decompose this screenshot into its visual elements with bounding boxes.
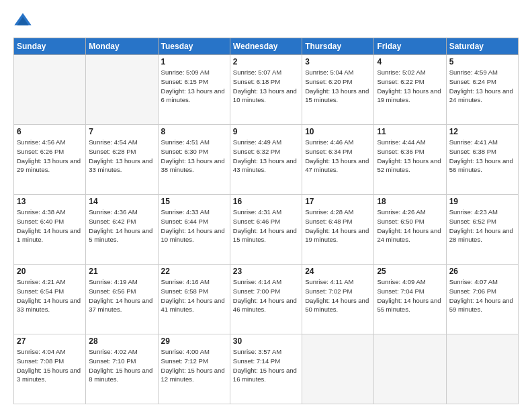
page: SundayMondayTuesdayWednesdayThursdayFrid…	[0, 0, 532, 411]
sun-info: Sunrise: 5:07 AMSunset: 6:18 PMDaylight:…	[233, 68, 299, 105]
day-cell-7: 7Sunrise: 4:54 AMSunset: 6:28 PMDaylight…	[86, 125, 158, 195]
sun-info: Sunrise: 4:44 AMSunset: 6:36 PMDaylight:…	[377, 138, 443, 175]
day-cell-9: 9Sunrise: 4:49 AMSunset: 6:32 PMDaylight…	[230, 125, 302, 195]
col-header-wednesday: Wednesday	[230, 38, 302, 55]
day-cell-18: 18Sunrise: 4:26 AMSunset: 6:50 PMDayligh…	[374, 195, 446, 265]
day-number: 1	[161, 57, 227, 66]
week-row-2: 6Sunrise: 4:56 AMSunset: 6:26 PMDaylight…	[14, 125, 519, 195]
week-row-3: 13Sunrise: 4:38 AMSunset: 6:40 PMDayligh…	[14, 195, 519, 265]
sun-info: Sunrise: 4:14 AMSunset: 7:00 PMDaylight:…	[233, 277, 299, 314]
day-cell-21: 21Sunrise: 4:19 AMSunset: 6:56 PMDayligh…	[86, 265, 158, 334]
sun-info: Sunrise: 4:00 AMSunset: 7:12 PMDaylight:…	[161, 347, 227, 384]
day-cell-13: 13Sunrise: 4:38 AMSunset: 6:40 PMDayligh…	[14, 195, 86, 265]
week-row-1: 1Sunrise: 5:09 AMSunset: 6:15 PMDaylight…	[14, 55, 519, 125]
day-number: 4	[377, 57, 443, 66]
calendar-table: SundayMondayTuesdayWednesdayThursdayFrid…	[13, 38, 519, 404]
sun-info: Sunrise: 4:07 AMSunset: 7:06 PMDaylight:…	[449, 277, 515, 314]
day-cell-17: 17Sunrise: 4:28 AMSunset: 6:48 PMDayligh…	[302, 195, 374, 265]
day-number: 8	[161, 127, 227, 136]
day-cell-empty	[86, 55, 158, 125]
day-number: 3	[305, 57, 371, 66]
day-number: 11	[377, 127, 443, 136]
day-number: 28	[89, 336, 154, 346]
day-number: 15	[161, 197, 227, 206]
day-number: 30	[233, 336, 299, 346]
week-row-5: 27Sunrise: 4:04 AMSunset: 7:08 PMDayligh…	[14, 334, 519, 404]
day-number: 19	[449, 197, 515, 206]
sun-info: Sunrise: 4:23 AMSunset: 6:52 PMDaylight:…	[449, 208, 515, 244]
day-number: 25	[377, 267, 443, 276]
day-cell-25: 25Sunrise: 4:09 AMSunset: 7:04 PMDayligh…	[374, 265, 446, 334]
day-cell-24: 24Sunrise: 4:11 AMSunset: 7:02 PMDayligh…	[302, 265, 374, 334]
day-number: 7	[89, 127, 154, 136]
day-number: 13	[17, 197, 83, 206]
day-cell-3: 3Sunrise: 5:04 AMSunset: 6:20 PMDaylight…	[302, 55, 374, 125]
col-header-tuesday: Tuesday	[158, 38, 230, 55]
day-number: 29	[161, 336, 227, 346]
sun-info: Sunrise: 4:46 AMSunset: 6:34 PMDaylight:…	[305, 138, 371, 175]
sun-info: Sunrise: 4:49 AMSunset: 6:32 PMDaylight:…	[233, 138, 299, 175]
sun-info: Sunrise: 4:16 AMSunset: 6:58 PMDaylight:…	[161, 277, 227, 314]
day-number: 24	[305, 267, 371, 276]
day-cell-empty	[14, 55, 86, 125]
day-cell-22: 22Sunrise: 4:16 AMSunset: 6:58 PMDayligh…	[158, 265, 230, 334]
sun-info: Sunrise: 4:54 AMSunset: 6:28 PMDaylight:…	[89, 138, 154, 175]
day-cell-14: 14Sunrise: 4:36 AMSunset: 6:42 PMDayligh…	[86, 195, 158, 265]
sun-info: Sunrise: 4:11 AMSunset: 7:02 PMDaylight:…	[305, 277, 371, 314]
day-cell-20: 20Sunrise: 4:21 AMSunset: 6:54 PMDayligh…	[14, 265, 86, 334]
sun-info: Sunrise: 4:36 AMSunset: 6:42 PMDaylight:…	[89, 208, 154, 244]
day-number: 5	[449, 57, 515, 66]
sun-info: Sunrise: 4:33 AMSunset: 6:44 PMDaylight:…	[161, 208, 227, 244]
header	[13, 12, 519, 31]
sun-info: Sunrise: 4:38 AMSunset: 6:40 PMDaylight:…	[17, 208, 83, 244]
sun-info: Sunrise: 4:02 AMSunset: 7:10 PMDaylight:…	[89, 347, 154, 384]
day-number: 14	[89, 197, 154, 206]
day-cell-30: 30Sunrise: 3:57 AMSunset: 7:14 PMDayligh…	[230, 334, 302, 404]
sun-info: Sunrise: 4:04 AMSunset: 7:08 PMDaylight:…	[17, 347, 83, 384]
sun-info: Sunrise: 4:19 AMSunset: 6:56 PMDaylight:…	[89, 277, 154, 314]
day-cell-empty	[302, 334, 374, 404]
day-cell-empty	[446, 334, 518, 404]
col-header-thursday: Thursday	[302, 38, 374, 55]
day-number: 6	[17, 127, 83, 136]
day-cell-5: 5Sunrise: 4:59 AMSunset: 6:24 PMDaylight…	[446, 55, 518, 125]
sun-info: Sunrise: 4:41 AMSunset: 6:38 PMDaylight:…	[449, 138, 515, 175]
day-cell-23: 23Sunrise: 4:14 AMSunset: 7:00 PMDayligh…	[230, 265, 302, 334]
day-cell-12: 12Sunrise: 4:41 AMSunset: 6:38 PMDayligh…	[446, 125, 518, 195]
sun-info: Sunrise: 5:09 AMSunset: 6:15 PMDaylight:…	[161, 68, 227, 105]
day-number: 12	[449, 127, 515, 136]
col-header-sunday: Sunday	[14, 38, 86, 55]
sun-info: Sunrise: 5:04 AMSunset: 6:20 PMDaylight:…	[305, 68, 371, 105]
sun-info: Sunrise: 4:26 AMSunset: 6:50 PMDaylight:…	[377, 208, 443, 244]
day-number: 17	[305, 197, 371, 206]
logo	[13, 12, 34, 31]
sun-info: Sunrise: 4:09 AMSunset: 7:04 PMDaylight:…	[377, 277, 443, 314]
sun-info: Sunrise: 4:21 AMSunset: 6:54 PMDaylight:…	[17, 277, 83, 314]
logo-icon	[13, 12, 32, 31]
sun-info: Sunrise: 4:51 AMSunset: 6:30 PMDaylight:…	[161, 138, 227, 175]
day-cell-26: 26Sunrise: 4:07 AMSunset: 7:06 PMDayligh…	[446, 265, 518, 334]
sun-info: Sunrise: 4:28 AMSunset: 6:48 PMDaylight:…	[305, 208, 371, 244]
day-cell-1: 1Sunrise: 5:09 AMSunset: 6:15 PMDaylight…	[158, 55, 230, 125]
day-number: 27	[17, 336, 83, 346]
sun-info: Sunrise: 4:56 AMSunset: 6:26 PMDaylight:…	[17, 138, 83, 175]
day-number: 10	[305, 127, 371, 136]
day-cell-16: 16Sunrise: 4:31 AMSunset: 6:46 PMDayligh…	[230, 195, 302, 265]
day-number: 26	[449, 267, 515, 276]
day-number: 21	[89, 267, 154, 276]
col-header-friday: Friday	[374, 38, 446, 55]
col-header-saturday: Saturday	[446, 38, 518, 55]
day-cell-2: 2Sunrise: 5:07 AMSunset: 6:18 PMDaylight…	[230, 55, 302, 125]
day-cell-27: 27Sunrise: 4:04 AMSunset: 7:08 PMDayligh…	[14, 334, 86, 404]
sun-info: Sunrise: 5:02 AMSunset: 6:22 PMDaylight:…	[377, 68, 443, 105]
day-cell-8: 8Sunrise: 4:51 AMSunset: 6:30 PMDaylight…	[158, 125, 230, 195]
sun-info: Sunrise: 4:59 AMSunset: 6:24 PMDaylight:…	[449, 68, 515, 105]
sun-info: Sunrise: 4:31 AMSunset: 6:46 PMDaylight:…	[233, 208, 299, 244]
day-number: 2	[233, 57, 299, 66]
day-cell-4: 4Sunrise: 5:02 AMSunset: 6:22 PMDaylight…	[374, 55, 446, 125]
day-cell-28: 28Sunrise: 4:02 AMSunset: 7:10 PMDayligh…	[86, 334, 158, 404]
day-cell-19: 19Sunrise: 4:23 AMSunset: 6:52 PMDayligh…	[446, 195, 518, 265]
day-number: 23	[233, 267, 299, 276]
day-number: 9	[233, 127, 299, 136]
day-number: 20	[17, 267, 83, 276]
